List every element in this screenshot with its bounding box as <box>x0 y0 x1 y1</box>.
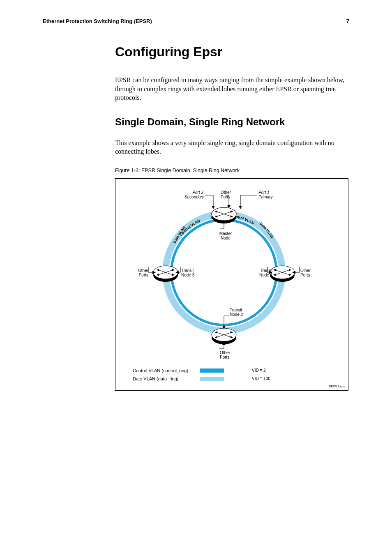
master-node-label: MasterNode <box>217 231 234 240</box>
figure-diagram: Control VLAN Control VLAN Data VLAN Data… <box>115 178 348 391</box>
section-heading: Configuring Epsr <box>115 44 349 63</box>
other-ports-right-label: OtherPorts <box>300 268 311 277</box>
legend-control-row: Control VLAN (control_ring) VID = 2 <box>133 368 270 373</box>
legend-control-vid: VID = 2 <box>252 368 266 373</box>
header-title: Ethernet Protection Switching Ring (EPSR… <box>43 18 152 24</box>
other-ports-top-label: OtherPorts <box>221 190 231 199</box>
ring-diagram-svg: Control VLAN Control VLAN Data VLAN Data… <box>115 179 348 391</box>
legend-data-row: Date VLAN (data_ring) VID = 100 <box>133 376 270 381</box>
svg-text:P: P <box>235 216 238 220</box>
figure-caption: Figure 1-3: EPSR Single Domain, Single R… <box>115 168 349 173</box>
sub-paragraph: This example shows a very simple single … <box>115 138 349 156</box>
port2-label: Port 2Secondary <box>184 190 203 199</box>
subsection-heading: Single Domain, Single Ring Network <box>115 116 349 128</box>
transit-node-1 <box>270 266 295 282</box>
transit2-label: TransitNode 2 <box>230 308 243 317</box>
transit1-label: TransitNode 1 <box>259 268 272 277</box>
eps-filename: EPSR 3.eps <box>329 385 345 388</box>
svg-marker-50 <box>239 206 242 209</box>
other-ports-left-label: OtherPorts <box>136 268 148 277</box>
figure-legend: Control VLAN (control_ring) VID = 2 Date… <box>133 368 270 385</box>
svg-text:Data VLAN: Data VLAN <box>173 226 187 244</box>
svg-text:S: S <box>210 216 213 220</box>
running-header: Ethernet Protection Switching Ring (EPSR… <box>43 18 349 26</box>
legend-data-label: Date VLAN (data_ring) <box>133 376 193 381</box>
legend-data-swatch <box>200 377 224 381</box>
svg-marker-43 <box>212 206 215 209</box>
data-vlan-label-left: Data VLAN <box>173 226 187 244</box>
other-ports-bottom-label: OtherPorts <box>220 350 230 359</box>
legend-control-label: Control VLAN (control_ring) <box>133 368 193 373</box>
legend-control-swatch <box>200 368 224 373</box>
transit3-label: TransitNode 3 <box>181 268 194 277</box>
transit-node-3 <box>153 266 178 282</box>
port1-label: Port 1Primary <box>258 190 272 199</box>
intro-paragraph: EPSR can be configured in many ways rang… <box>115 76 349 102</box>
legend-data-vid: VID = 100 <box>252 376 270 381</box>
page-number: 7 <box>346 18 349 24</box>
